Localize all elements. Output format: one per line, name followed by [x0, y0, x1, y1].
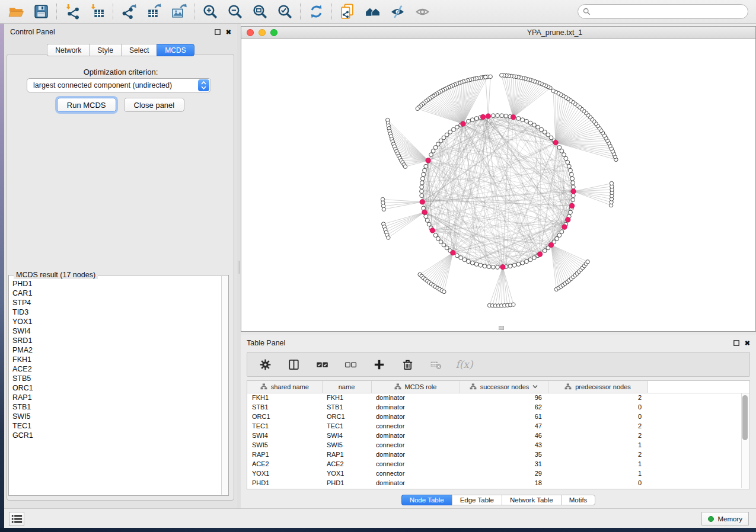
tab-edge-table[interactable]: Edge Table: [452, 495, 502, 505]
table-cell[interactable]: connector: [371, 459, 460, 469]
table-cell[interactable]: 31: [460, 459, 548, 469]
table-cell[interactable]: 2: [548, 431, 647, 440]
table-row[interactable]: SWI5SWI5connector431: [247, 440, 749, 450]
close-panel-icon[interactable]: ✖: [745, 340, 750, 346]
eye-slash-button[interactable]: [385, 2, 410, 22]
table-cell[interactable]: SWI4: [247, 431, 322, 440]
tab-select[interactable]: Select: [121, 44, 157, 56]
table-cell[interactable]: PHD1: [247, 478, 322, 488]
table-cell[interactable]: dominator: [371, 450, 460, 459]
tab-node-table[interactable]: Node Table: [401, 495, 452, 505]
scrollbar-thumb[interactable]: [742, 395, 748, 440]
column-header-MCDS-role[interactable]: MCDS role: [371, 381, 460, 393]
table-cell[interactable]: TEC1: [322, 421, 371, 431]
table-cell[interactable]: FKH1: [322, 393, 371, 402]
table-row[interactable]: TEC1TEC1connector472: [247, 421, 749, 431]
optimization-select[interactable]: largest connected component (undirected): [27, 78, 211, 92]
table-cell[interactable]: 61: [460, 412, 548, 421]
table-cell[interactable]: 2: [548, 393, 647, 402]
zoom-out-button[interactable]: [222, 2, 247, 22]
zoom-selected-button[interactable]: [272, 2, 297, 22]
zoom-fit-button[interactable]: [247, 2, 272, 22]
column-header-name[interactable]: name: [322, 381, 371, 393]
zoom-in-button[interactable]: [197, 2, 222, 22]
import-table-button[interactable]: [85, 2, 110, 22]
table-cell[interactable]: 2: [548, 421, 647, 431]
column-header-shared-name[interactable]: shared name: [247, 381, 322, 393]
eye-button[interactable]: [410, 2, 435, 22]
table-cell[interactable]: 1: [548, 440, 647, 450]
table-cell[interactable]: STB1: [322, 402, 371, 412]
table-settings-button[interactable]: [258, 357, 272, 371]
table-row[interactable]: RAP1RAP1dominator352: [247, 450, 749, 459]
export-table-button[interactable]: [141, 2, 166, 22]
table-cell[interactable]: ORC1: [247, 412, 322, 421]
table-cell[interactable]: 29: [460, 469, 548, 478]
houses-button[interactable]: [360, 2, 385, 22]
table-row[interactable]: FKH1FKH1dominator962: [247, 393, 749, 402]
table-cell[interactable]: 96: [460, 393, 548, 402]
close-window-icon[interactable]: [247, 29, 254, 36]
table-row[interactable]: YOX1YOX1connector291: [247, 469, 749, 478]
function-builder-button[interactable]: f(x): [457, 357, 471, 371]
refresh-button[interactable]: [304, 2, 328, 22]
table-cell[interactable]: connector: [371, 421, 460, 431]
column-header-predecessor-nodes[interactable]: predecessor nodes: [548, 381, 647, 393]
tab-motifs[interactable]: Motifs: [561, 495, 596, 505]
tab-network[interactable]: Network: [47, 44, 89, 56]
table-cell[interactable]: 43: [460, 440, 548, 450]
table-cell[interactable]: RAP1: [247, 450, 322, 459]
table-cell[interactable]: 2: [548, 450, 647, 459]
open-session-button[interactable]: [4, 2, 28, 22]
table-cell[interactable]: 35: [460, 450, 548, 459]
table-cell[interactable]: dominator: [371, 431, 460, 440]
save-session-button[interactable]: [28, 2, 53, 22]
table-cell[interactable]: TEC1: [247, 421, 322, 431]
table-cell[interactable]: ACE2: [247, 459, 322, 469]
float-panel-icon[interactable]: [733, 340, 739, 346]
table-scrollbar[interactable]: [741, 393, 749, 488]
table-cell[interactable]: ACE2: [322, 459, 371, 469]
column-header-successor-nodes[interactable]: successor nodes: [460, 381, 548, 393]
table-cell[interactable]: 18: [460, 478, 548, 488]
table-cell[interactable]: 46: [460, 431, 548, 440]
clone-network-button[interactable]: [335, 2, 360, 22]
table-cell[interactable]: dominator: [371, 393, 460, 402]
export-image-button[interactable]: [166, 2, 191, 22]
table-cell[interactable]: STB1: [247, 402, 322, 412]
search-input[interactable]: [594, 8, 743, 16]
table-row[interactable]: SWI4SWI4dominator462: [247, 431, 749, 440]
tab-network-table[interactable]: Network Table: [502, 495, 561, 505]
table-cell[interactable]: dominator: [371, 402, 460, 412]
task-history-button[interactable]: [9, 512, 24, 526]
deselect-all-button[interactable]: [343, 357, 358, 371]
table-cell[interactable]: 47: [460, 421, 548, 431]
table-cell[interactable]: 1: [548, 459, 647, 469]
network-canvas[interactable]: [241, 39, 755, 331]
table-row[interactable]: ORC1ORC1dominator610: [247, 412, 749, 421]
table-cell[interactable]: SWI4: [322, 431, 371, 440]
delete-table-button[interactable]: [429, 357, 443, 371]
memory-button[interactable]: Memory: [701, 512, 749, 525]
table-cell[interactable]: YOX1: [247, 469, 322, 478]
table-cell[interactable]: 1: [548, 469, 647, 478]
minimize-window-icon[interactable]: [259, 29, 266, 36]
table-cell[interactable]: 62: [460, 402, 548, 412]
table-cell[interactable]: PHD1: [322, 478, 371, 488]
float-panel-icon[interactable]: [215, 29, 221, 35]
delete-column-button[interactable]: [400, 357, 414, 371]
show-columns-button[interactable]: [286, 357, 301, 371]
table-cell[interactable]: 0: [548, 412, 647, 421]
table-cell[interactable]: 0: [548, 402, 647, 412]
table-cell[interactable]: dominator: [371, 478, 460, 488]
table-row[interactable]: ACE2ACE2connector311: [247, 459, 749, 469]
list-scrollbar[interactable]: [221, 276, 228, 495]
export-network-button[interactable]: [116, 2, 141, 22]
table-cell[interactable]: dominator: [371, 412, 460, 421]
table-row[interactable]: STB1STB1dominator620: [247, 402, 749, 412]
network-titlebar[interactable]: YPA_prune.txt_1: [241, 27, 755, 39]
close-panel-icon[interactable]: ✖: [226, 29, 231, 35]
table-cell[interactable]: connector: [371, 469, 460, 478]
table-cell[interactable]: SWI5: [247, 440, 322, 450]
network-resize-grip[interactable]: [499, 326, 504, 330]
